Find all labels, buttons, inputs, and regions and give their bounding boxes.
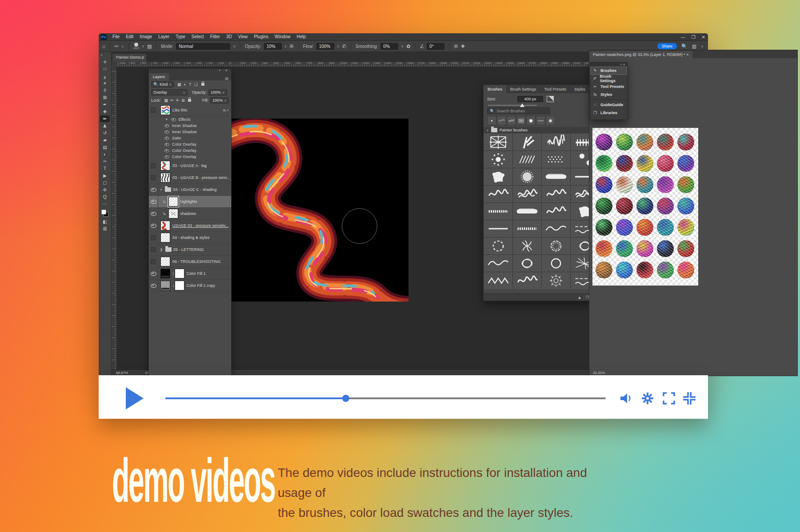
brush-preset-mandala[interactable] (542, 272, 570, 289)
layer-name[interactable]: highlights (180, 199, 231, 204)
layer-row[interactable]: ⁝Color Fill 1 copy (149, 280, 231, 292)
eyedropper-tool[interactable]: ✒ (100, 101, 110, 108)
flyout-styles[interactable]: fxStyles (590, 91, 627, 99)
visibility-toggle[interactable] (149, 244, 158, 255)
layer-row[interactable]: 03 - USAGE B - pressure sensitive (149, 172, 231, 184)
brush-tool-preset-icon[interactable]: ✏ (115, 44, 119, 49)
lasso-tool[interactable]: و (100, 73, 110, 79)
effect-visibility-eye[interactable] (164, 124, 169, 127)
brush-preset-scribble[interactable] (542, 203, 570, 220)
effect-visibility-eye[interactable] (164, 149, 169, 152)
menu-edit[interactable]: Edit (123, 33, 136, 40)
layer-name[interactable]: 03 - USAGE B - pressure sensitive (172, 175, 231, 180)
home-icon[interactable]: ⌂ (102, 44, 105, 49)
mode-select[interactable]: Normal (176, 43, 230, 50)
layer-row[interactable]: ⁝Color Fill 1 (149, 268, 231, 280)
layers-tab[interactable]: Layers (149, 73, 169, 80)
pen-tool[interactable]: ✑ (100, 158, 110, 165)
layer-row[interactable]: 04 - shading & styles (149, 232, 231, 244)
visibility-toggle[interactable] (149, 172, 158, 183)
effect-row[interactable]: Inner Shadow (149, 129, 231, 135)
zoom-tool[interactable]: Q (100, 194, 110, 200)
brush-preset-texline[interactable] (484, 203, 512, 220)
layer-thumbnail[interactable] (160, 173, 170, 183)
flyout-guideguide[interactable]: ∷GuideGuide (590, 101, 627, 109)
tab-brush-settings[interactable]: Brush Settings (506, 85, 540, 93)
brush-size-field[interactable]: 400 px (517, 96, 543, 102)
layer-fx-badge[interactable]: fx ˄ (223, 108, 229, 112)
visibility-toggle[interactable] (149, 208, 158, 219)
layer-thumbnail[interactable] (160, 161, 170, 171)
dodge-tool[interactable]: ◐ (100, 151, 110, 158)
airbrush-icon[interactable]: ✆ (342, 44, 346, 49)
visibility-toggle[interactable] (149, 196, 158, 207)
brush-tool[interactable]: ✏ (100, 115, 110, 122)
move-tool[interactable]: ✛ (100, 59, 110, 65)
shape-tool[interactable]: ▢ (100, 179, 110, 186)
eraser-tool[interactable]: ▰ (100, 137, 110, 143)
opacity-field[interactable]: 10% (264, 43, 282, 50)
smoothing-gear-icon[interactable]: ✿ (406, 44, 410, 49)
filter-adjustment-icon[interactable]: ◐ (184, 82, 186, 87)
brush-preset-dotring[interactable] (484, 151, 512, 168)
visibility-toggle[interactable] (149, 184, 158, 195)
effect-row[interactable]: Inner Shadow (149, 123, 231, 129)
toolbar-ellipsis[interactable]: ⋯ (100, 201, 110, 207)
visibility-toggle[interactable] (149, 256, 158, 267)
visibility-toggle[interactable] (149, 268, 158, 279)
type-tool[interactable]: T (100, 165, 110, 172)
layer-group-row[interactable]: ∨03 - USAGE C - shading (149, 184, 231, 196)
brush-preset-scribblecircle[interactable] (513, 255, 541, 272)
recent-brush-blob[interactable] (526, 116, 536, 125)
fill-swatch-thumbnail[interactable] (160, 269, 170, 278)
menu-help[interactable]: Help (294, 33, 309, 40)
history-brush-tool[interactable]: ↺ (100, 130, 110, 136)
workspace-icon[interactable]: ▥ (692, 44, 696, 49)
recent-brush-densescribble[interactable] (507, 116, 516, 125)
panel-menu-icon[interactable]: ▤ (225, 76, 228, 80)
menu-select[interactable]: Select (188, 33, 207, 40)
filter-shape-icon[interactable]: ❏ (194, 82, 198, 87)
effect-visibility-eye[interactable] (164, 143, 169, 146)
group-expander[interactable]: ❯ (160, 248, 163, 251)
hand-tool[interactable]: ✣ (100, 187, 110, 193)
progress-handle[interactable] (342, 395, 349, 402)
effects-header-row[interactable]: ▾Effects (149, 116, 231, 123)
flyout-brushes[interactable]: ✎Brushes (590, 67, 627, 75)
visibility-toggle[interactable] (149, 232, 158, 243)
menu-3d[interactable]: 3D (223, 33, 235, 40)
layer-thumbnail[interactable] (168, 209, 178, 218)
quick-mask-icon[interactable]: ◧ (100, 218, 110, 225)
brush-preset-speckle[interactable] (513, 168, 541, 185)
brush-search-box[interactable]: 🔍 Search Brushes (487, 107, 550, 114)
brush-group-header[interactable]: ∨ Painter brushes (484, 127, 603, 133)
lock-transparency-icon[interactable]: ▦ (164, 98, 168, 103)
brush-preset-dashcircle[interactable] (484, 238, 512, 254)
layer-name[interactable]: 03 - USAGE C - shading (173, 187, 231, 192)
layer-row[interactable]: 06 - TROUBLESHOOTING (149, 256, 231, 268)
brush-preset-wave[interactable] (484, 255, 512, 272)
visibility-toggle[interactable] (149, 220, 158, 231)
filter-smart-icon[interactable] (200, 82, 204, 87)
play-button[interactable] (126, 387, 144, 409)
smoothing-dropdown[interactable]: ∨ (401, 44, 404, 48)
panel-collapse-close-icons[interactable]: « ✕ (219, 69, 229, 72)
filter-type-icon[interactable]: T (189, 82, 192, 87)
magic-wand-tool[interactable]: ✶ (100, 80, 110, 87)
layer-group-row[interactable]: ❯05 - LETTERING (149, 244, 231, 256)
lock-pixels-icon[interactable]: ✏ (170, 98, 174, 103)
layer-row[interactable]: 03 - USAGE A - lag (149, 160, 231, 172)
layer-thumbnail[interactable] (160, 233, 170, 242)
recent-brush-flatline[interactable] (536, 116, 545, 125)
foreground-background-swatches[interactable] (101, 210, 108, 217)
settings-gear-icon[interactable] (640, 391, 655, 405)
brush-preset-spiral[interactable] (513, 238, 541, 254)
fill-swatch-thumbnail[interactable] (160, 281, 170, 290)
fill-field[interactable]: 100%∨ (210, 97, 229, 103)
layer-name[interactable]: Color Fill 1 copy (187, 283, 231, 288)
toolbar-collapse-icon[interactable]: » (100, 53, 103, 57)
effect-row[interactable]: Satin (149, 135, 231, 141)
exit-fullscreen-icon[interactable] (682, 391, 696, 405)
visibility-toggle[interactable] (149, 280, 158, 291)
canvas[interactable] (227, 119, 408, 302)
